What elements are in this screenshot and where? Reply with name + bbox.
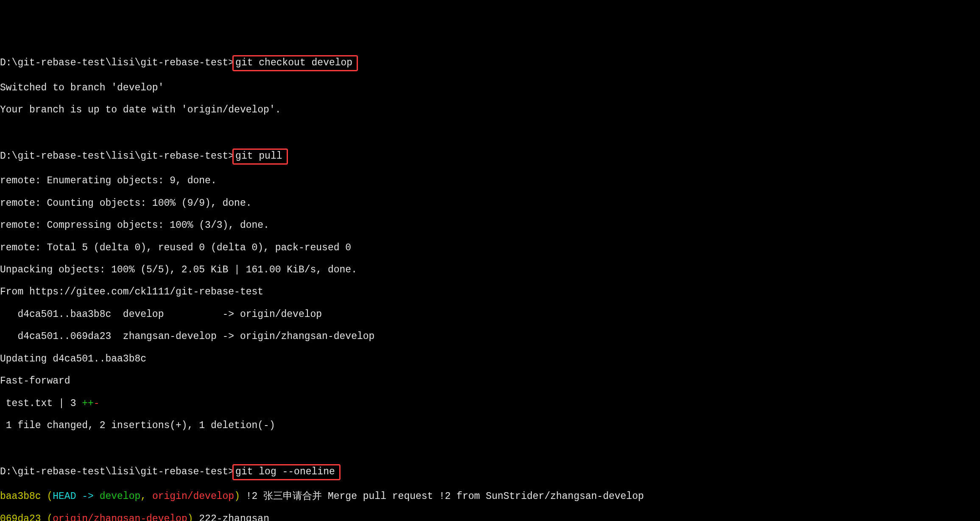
command: git checkout develop <box>235 57 352 68</box>
command: git log --oneline <box>235 466 335 477</box>
paren: ( <box>41 513 53 521</box>
output-line: Switched to branch 'develop' <box>0 82 980 93</box>
output-line: Your branch is up to date with 'origin/d… <box>0 104 980 115</box>
output-line: remote: Counting objects: 100% (9/9), do… <box>0 198 980 209</box>
command: git pull <box>235 151 282 162</box>
highlight-box: git log --oneline <box>232 464 341 480</box>
remote-branch: origin/zhangsan-develop <box>53 513 187 521</box>
paren: ) <box>234 491 240 502</box>
cmd-line-2[interactable]: D:\git-rebase-test\lisi\git-rebase-test>… <box>0 149 980 164</box>
local-branch: develop <box>100 491 141 502</box>
highlight-box: git checkout develop <box>232 55 358 71</box>
highlight-box: git pull <box>232 148 288 165</box>
commit-msg: !2 张三申请合并 Merge pull request !2 from Sun… <box>240 491 644 502</box>
prompt: D:\git-rebase-test\lisi\git-rebase-test> <box>0 466 234 477</box>
output-line: From https://gitee.com/ckl111/git-rebase… <box>0 286 980 297</box>
blank-line <box>0 126 980 137</box>
commit-hash: baa3b8c <box>0 491 41 502</box>
diffstat-minus: - <box>94 398 100 409</box>
prompt: D:\git-rebase-test\lisi\git-rebase-test> <box>0 151 234 162</box>
output-line: remote: Enumerating objects: 9, done. <box>0 175 980 186</box>
head-ref: HEAD -> <box>53 491 99 502</box>
output-line: Fast-forward <box>0 375 980 387</box>
commit-hash: 069da23 <box>0 513 41 521</box>
diffstat-plus: ++ <box>82 398 94 409</box>
output-line: d4ca501..baa3b8c develop -> origin/devel… <box>0 309 980 320</box>
commit-msg: 222-zhangsan <box>193 513 269 521</box>
output-line: d4ca501..069da23 zhangsan-develop -> ori… <box>0 331 980 342</box>
cmd-line-1[interactable]: D:\git-rebase-test\lisi\git-rebase-test>… <box>0 56 980 71</box>
output-line: remote: Total 5 (delta 0), reused 0 (del… <box>0 242 980 253</box>
prompt: D:\git-rebase-test\lisi\git-rebase-test> <box>0 57 234 68</box>
log-line: baa3b8c (HEAD -> develop, origin/develop… <box>0 491 980 502</box>
diffstat-line: test.txt | 3 ++- <box>0 398 980 409</box>
sep: , <box>140 491 152 502</box>
output-line: Unpacking objects: 100% (5/5), 2.05 KiB … <box>0 264 980 275</box>
diffstat-file: test.txt | 3 <box>0 398 82 409</box>
terminal-output: D:\git-rebase-test\lisi\git-rebase-test>… <box>0 45 980 521</box>
output-line: Updating d4ca501..baa3b8c <box>0 353 980 364</box>
cmd-line-3[interactable]: D:\git-rebase-test\lisi\git-rebase-test>… <box>0 465 980 480</box>
paren: ( <box>41 491 53 502</box>
output-line: 1 file changed, 2 insertions(+), 1 delet… <box>0 420 980 431</box>
remote-branch: origin/develop <box>152 491 234 502</box>
output-line: remote: Compressing objects: 100% (3/3),… <box>0 220 980 231</box>
blank-line <box>0 443 980 454</box>
log-line: 069da23 (origin/zhangsan-develop) 222-zh… <box>0 513 980 521</box>
paren: ) <box>187 513 193 521</box>
